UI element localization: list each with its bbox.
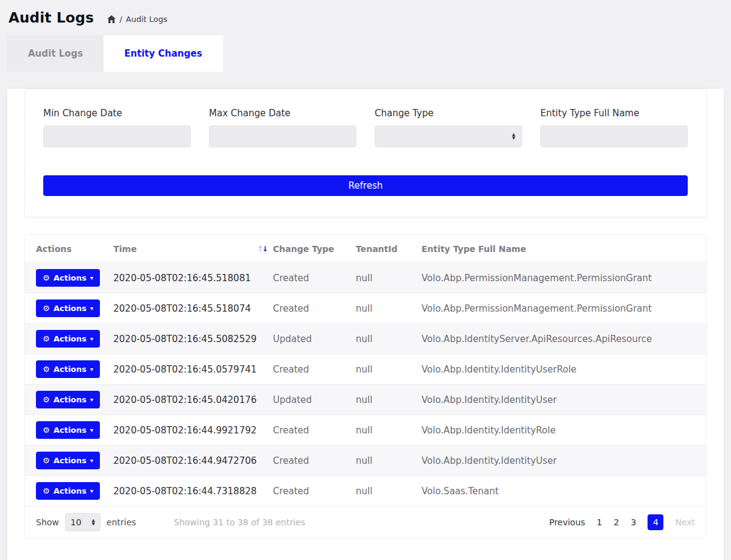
sort-icon[interactable]: ↑↓ bbox=[257, 245, 267, 253]
table-row: ⚙Actions▾ 2020-05-08T02:16:44.7318828 Cr… bbox=[25, 476, 706, 506]
column-header-entity-type: Entity Type Full Name bbox=[422, 244, 706, 254]
change-type-select[interactable]: ▲▼ bbox=[375, 125, 522, 147]
cell-change-type: Updated bbox=[273, 394, 356, 405]
row-actions-button[interactable]: ⚙Actions▾ bbox=[36, 482, 100, 500]
home-icon[interactable] bbox=[107, 15, 116, 23]
pagination-page-4-active[interactable]: 4 bbox=[648, 514, 663, 530]
page-header: Audit Logs / Audit Logs bbox=[0, 0, 731, 29]
pagination-previous[interactable]: Previous bbox=[549, 517, 585, 527]
content-panel: Min Change Date Max Change Date Change T… bbox=[7, 89, 724, 560]
max-change-date-label: Max Change Date bbox=[209, 108, 356, 119]
table-row: ⚙Actions▾ 2020-05-08T02:16:45.518081 Cre… bbox=[25, 263, 706, 293]
pagination-page-2[interactable]: 2 bbox=[614, 517, 620, 527]
column-header-time[interactable]: Time ↑↓ bbox=[113, 244, 273, 254]
cell-change-type: Created bbox=[273, 273, 356, 284]
show-label: Show bbox=[36, 517, 59, 527]
pagination-page-3[interactable]: 3 bbox=[630, 517, 636, 527]
gear-icon: ⚙ bbox=[43, 487, 50, 495]
column-header-change-type: Change Type bbox=[273, 244, 356, 254]
cell-entity-type: Volo.Abp.IdentityServer.ApiResources.Api… bbox=[422, 334, 706, 345]
pagination: Previous 1 2 3 4 Next bbox=[549, 514, 695, 530]
entity-type-full-name-input[interactable] bbox=[540, 125, 688, 147]
row-actions-label: Actions bbox=[54, 304, 87, 313]
row-actions-label: Actions bbox=[54, 273, 87, 282]
field-entity-type-full-name: Entity Type Full Name bbox=[540, 108, 688, 147]
cell-time: 2020-05-08T02:16:45.0579741 bbox=[113, 364, 273, 375]
cell-entity-type: Volo.Abp.Identity.IdentityRole bbox=[422, 425, 706, 436]
row-actions-button[interactable]: ⚙Actions▾ bbox=[36, 330, 100, 348]
table-row: ⚙Actions▾ 2020-05-08T02:16:44.9921792 Cr… bbox=[25, 415, 706, 446]
min-change-date-label: Min Change Date bbox=[43, 108, 191, 119]
row-actions-label: Actions bbox=[54, 365, 87, 374]
caret-down-icon: ▾ bbox=[90, 488, 93, 494]
page-size-select[interactable]: 10 ▲▼ bbox=[65, 513, 101, 531]
row-actions-button[interactable]: ⚙Actions▾ bbox=[36, 421, 100, 439]
tab-audit-logs[interactable]: Audit Logs bbox=[7, 35, 104, 72]
column-header-tenant-id: TenantId bbox=[356, 244, 422, 254]
row-actions-label: Actions bbox=[54, 334, 87, 343]
cell-time: 2020-05-08T02:16:44.9921792 bbox=[113, 425, 273, 436]
pagination-next[interactable]: Next bbox=[675, 517, 695, 527]
row-actions-button[interactable]: ⚙Actions▾ bbox=[36, 452, 100, 469]
row-actions-button[interactable]: ⚙Actions▾ bbox=[36, 269, 100, 287]
tab-entity-changes[interactable]: Entity Changes bbox=[104, 35, 223, 72]
cell-tenant-id: null bbox=[356, 394, 422, 405]
audit-logs-page: Audit Logs / Audit Logs Audit Logs Entit… bbox=[0, 0, 731, 560]
cell-entity-type: Volo.Abp.Identity.IdentityUser bbox=[422, 455, 706, 466]
cell-time: 2020-05-08T02:16:45.0420176 bbox=[113, 394, 273, 405]
table-row: ⚙Actions▾ 2020-05-08T02:16:45.518074 Cre… bbox=[25, 293, 706, 324]
caret-down-icon: ▾ bbox=[90, 458, 93, 464]
gear-icon: ⚙ bbox=[43, 426, 50, 434]
cell-tenant-id: null bbox=[356, 273, 422, 284]
cell-entity-type: Volo.Abp.PermissionManagement.Permission… bbox=[422, 273, 706, 284]
page-title: Audit Logs bbox=[9, 10, 94, 26]
row-actions-button[interactable]: ⚙Actions▾ bbox=[36, 391, 100, 408]
cell-change-type: Created bbox=[273, 486, 356, 497]
caret-down-icon: ▾ bbox=[90, 397, 93, 403]
gear-icon: ⚙ bbox=[43, 365, 50, 373]
page-size-value: 10 bbox=[71, 517, 82, 527]
gear-icon: ⚙ bbox=[43, 304, 50, 312]
row-actions-label: Actions bbox=[54, 486, 87, 495]
field-min-change-date: Min Change Date bbox=[43, 108, 191, 147]
table-header-row: Actions Time ↑↓ Change Type TenantId Ent… bbox=[25, 235, 706, 263]
refresh-button[interactable]: Refresh bbox=[43, 175, 688, 196]
select-arrows-icon: ▲▼ bbox=[512, 133, 515, 140]
max-change-date-input[interactable] bbox=[209, 125, 356, 147]
row-actions-label: Actions bbox=[54, 456, 87, 465]
field-change-type: Change Type ▲▼ bbox=[375, 108, 522, 147]
table-row: ⚙Actions▾ 2020-05-08T02:16:45.0420176 Up… bbox=[25, 385, 706, 415]
cell-tenant-id: null bbox=[356, 303, 422, 314]
select-arrows-icon: ▲▼ bbox=[91, 519, 94, 526]
showing-entries-info: Showing 31 to 38 of 38 entries bbox=[174, 517, 305, 527]
cell-time: 2020-05-08T02:16:45.518074 bbox=[113, 303, 273, 314]
row-actions-label: Actions bbox=[54, 395, 87, 404]
page-size-group: Show 10 ▲▼ entries bbox=[36, 513, 136, 531]
cell-tenant-id: null bbox=[356, 486, 422, 497]
caret-down-icon: ▾ bbox=[90, 275, 93, 281]
row-actions-button[interactable]: ⚙Actions▾ bbox=[36, 360, 100, 378]
cell-tenant-id: null bbox=[356, 425, 422, 436]
filter-card: Min Change Date Max Change Date Change T… bbox=[24, 89, 707, 217]
caret-down-icon: ▾ bbox=[90, 427, 93, 433]
gear-icon: ⚙ bbox=[43, 457, 50, 464]
filter-grid: Min Change Date Max Change Date Change T… bbox=[43, 108, 688, 147]
cell-entity-type: Volo.Saas.Tenant bbox=[422, 486, 706, 497]
entries-label: entries bbox=[107, 517, 136, 527]
row-actions-button[interactable]: ⚙Actions▾ bbox=[36, 299, 100, 317]
cell-entity-type: Volo.Abp.Identity.IdentityUser bbox=[422, 394, 706, 405]
cell-change-type: Created bbox=[273, 455, 356, 466]
table-body: ⚙Actions▾ 2020-05-08T02:16:45.518081 Cre… bbox=[25, 263, 706, 506]
cell-change-type: Updated bbox=[273, 334, 356, 345]
entity-changes-table: Actions Time ↑↓ Change Type TenantId Ent… bbox=[24, 234, 707, 539]
table-row: ⚙Actions▾ 2020-05-08T02:16:45.5082529 Up… bbox=[25, 324, 706, 354]
row-actions-label: Actions bbox=[54, 425, 87, 435]
cell-time: 2020-05-08T02:16:45.5082529 bbox=[113, 334, 273, 345]
breadcrumb: / Audit Logs bbox=[107, 15, 168, 24]
field-max-change-date: Max Change Date bbox=[209, 108, 356, 147]
column-header-actions: Actions bbox=[25, 244, 113, 254]
cell-tenant-id: null bbox=[356, 455, 422, 466]
min-change-date-input[interactable] bbox=[43, 125, 191, 147]
pagination-page-1[interactable]: 1 bbox=[597, 517, 602, 527]
cell-entity-type: Volo.Abp.Identity.IdentityUserRole bbox=[422, 364, 706, 375]
